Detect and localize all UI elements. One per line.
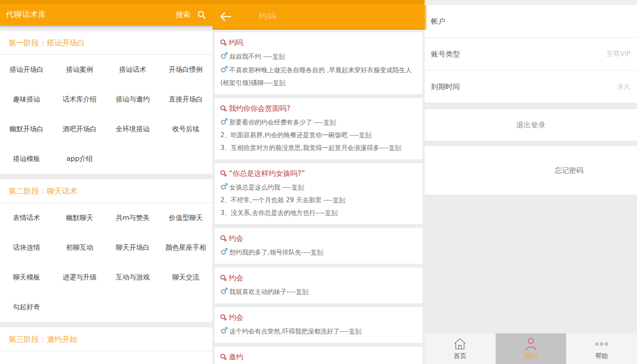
category-item[interactable]: 共m与赞美 — [106, 203, 159, 233]
male-symbol-icon: ♂ — [220, 325, 228, 336]
male-symbol-icon: ♂ — [220, 64, 228, 74]
copy-link[interactable]: 复制 — [310, 248, 323, 256]
copy-link[interactable]: 复制 — [359, 131, 372, 139]
phrase-line: ♂不喜欢那种晚上做完各自睡各自的 ,早晨起来穿好衣服变成陌生人(框架引领)骚聊-… — [220, 63, 417, 89]
phrase-card-title-row: ♀约会 — [220, 272, 417, 283]
nav-tab-label: 首页 — [454, 352, 466, 360]
phrase-card: ♀我约你你会赏面吗?♂那要看你的约会经费有多少了 ----复制2、吃面容易胖,约… — [214, 98, 423, 159]
category-item[interactable]: 价值型聊天 — [159, 203, 212, 233]
category-item[interactable]: 互动与游戏 — [106, 262, 159, 292]
phrase-card-title: 约会 — [229, 272, 243, 283]
section-empty — [0, 351, 212, 364]
phrase-text: 3、互相欣赏对方的脸没意思,我觉得一起赏月会浪漫得多---- — [220, 144, 389, 152]
more-icon — [595, 337, 609, 351]
category-item[interactable]: 直接开场白 — [159, 85, 212, 114]
category-item[interactable]: 收号后续 — [159, 114, 212, 144]
phrase-text: 叔叔我不约 ---- — [229, 53, 272, 60]
bottom-nav-bar: 首页我的帮助 — [425, 333, 637, 364]
section-title: 第三阶段：邀约开始 — [8, 334, 77, 344]
section-title-block: 第三阶段：邀约开始 — [0, 327, 212, 351]
account-row-value: 永久 — [617, 82, 631, 91]
section-gap — [0, 174, 212, 179]
category-item[interactable]: 幽默开场白 — [0, 114, 53, 144]
category-item[interactable]: 聊天模板 — [0, 262, 53, 292]
male-symbol-icon: ♂ — [220, 181, 228, 192]
category-item[interactable]: 全环境搭讪 — [106, 114, 159, 144]
female-symbol-icon: ♀ — [218, 352, 229, 362]
app-root: 代聊话术库 搜索 第一阶段：搭讪开场白搭讪开场白搭讪案例搭讪话术开场白惯例趣味搭… — [0, 0, 637, 364]
category-item[interactable]: 初聊互动 — [53, 233, 106, 262]
section-title: 第二阶段：聊天话术 — [8, 186, 77, 196]
search-button[interactable]: 搜索 — [176, 10, 190, 20]
nav-tab-home[interactable]: 首页 — [425, 333, 496, 364]
category-grid: 搭讪开场白搭讪案例搭讪话术开场白惯例趣味搭讪话术库介绍搭讪与邀约直接开场白幽默开… — [0, 55, 212, 174]
category-item[interactable]: 聊天开场白 — [106, 233, 159, 262]
male-symbol-icon: ♂ — [220, 286, 228, 296]
phrase-card-title: 邀约 — [229, 351, 243, 362]
phrase-card: ♀约会♂这个约会有点突然,吓得我把澡都洗好了----复制 — [214, 307, 423, 343]
category-item[interactable]: 话术库介绍 — [53, 85, 106, 114]
screen-edge-sliver — [425, 5, 426, 30]
search-icon[interactable] — [197, 10, 206, 20]
category-item[interactable]: 幽默聊天 — [53, 203, 106, 233]
copy-link[interactable]: 复制 — [389, 144, 401, 152]
copy-link[interactable]: 复制 — [296, 288, 309, 296]
copy-link[interactable]: 复制 — [323, 119, 336, 126]
female-symbol-icon: ♀ — [218, 37, 229, 48]
category-item[interactable]: 搭讪案例 — [53, 55, 106, 85]
female-symbol-icon: ♀ — [218, 312, 229, 323]
female-symbol-icon: ♀ — [218, 103, 229, 114]
forgot-password-link[interactable]: 忘记密码 — [555, 166, 583, 175]
category-item[interactable]: 搭讪开场白 — [0, 55, 53, 85]
phrase-text: 2、不经常,一个月也就 29 天去那里 ---- — [220, 196, 333, 204]
account-info-rows: 帐户账号类型至尊VIP到期时间永久 — [425, 5, 637, 103]
phrase-line: ♂那要看你的约会经费有多少了 ----复制 — [220, 115, 417, 129]
category-item[interactable]: 开场白惯例 — [159, 55, 212, 85]
category-item[interactable]: 搭讪话术 — [106, 55, 159, 85]
back-arrow-icon[interactable] — [219, 11, 232, 22]
male-symbol-icon: ♂ — [220, 246, 228, 257]
phrase-line: 2、吃面容易胖,约会的晚餐还是赏你一碗饭吧 ----复制 — [220, 129, 417, 141]
copy-link[interactable]: 复制 — [333, 196, 345, 204]
category-item[interactable]: 酒吧开场白 — [53, 114, 106, 144]
copy-link[interactable]: 复制 — [272, 53, 285, 60]
phrase-line: ♂想约我的多了,领号排队先----复制 — [220, 245, 417, 259]
account-row: 账号类型至尊VIP — [425, 38, 637, 71]
gap — [425, 141, 637, 146]
category-item[interactable]: app介绍 — [53, 144, 106, 174]
category-item[interactable]: 表情话术 — [0, 203, 53, 233]
page-title: 约吗 — [259, 11, 277, 22]
phrase-line: 3、没关系,去你总是去的地方也行----复制 — [220, 206, 417, 219]
category-item[interactable]: 颜色星座手相 — [159, 233, 212, 262]
category-sections: 第一阶段：搭讪开场白搭讪开场白搭讪案例搭讪话术开场白惯例趣味搭讪话术库介绍搭讪与… — [0, 31, 212, 364]
section-title: 第一阶段：搭讪开场白 — [8, 38, 85, 48]
phrase-card: ♀约吗♂叔叔我不约 ----复制♂不喜欢那种晚上做完各自睡各自的 ,早晨起来穿好… — [214, 32, 423, 94]
middle-app-bar: 约吗 — [212, 0, 425, 30]
category-item[interactable]: 话块连情 — [0, 233, 53, 262]
category-item[interactable]: 趣味搭讪 — [0, 85, 53, 114]
copy-link[interactable]: 复制 — [349, 327, 361, 335]
category-item[interactable]: 搭讪与邀约 — [106, 85, 159, 114]
category-item[interactable]: 勾起好奇 — [0, 292, 53, 322]
nav-tab-more[interactable]: 帮助 — [566, 333, 637, 364]
phrase-card: ♀约会♂我就喜欢主动的妹子----复制 — [214, 268, 423, 303]
account-row-label: 帐户 — [431, 17, 445, 26]
category-item[interactable]: 搭讪模板 — [0, 144, 53, 174]
account-row-label: 到期时间 — [431, 82, 460, 92]
phrase-card: ♀约会♂想约我的多了,领号排队先----复制 — [214, 228, 423, 264]
section-gap — [0, 322, 212, 327]
category-item[interactable]: 聊天交流 — [159, 262, 212, 292]
phrase-text: 2、吃面容易胖,约会的晚餐还是赏你一碗饭吧 ---- — [220, 131, 359, 139]
nav-tab-person[interactable]: 我的 — [496, 333, 567, 364]
copy-link[interactable]: 复制 — [291, 183, 304, 191]
nav-tab-label: 帮助 — [595, 352, 608, 360]
copy-link[interactable]: 复制 — [325, 209, 338, 217]
category-item[interactable]: 进逻与升级 — [53, 262, 106, 292]
phrase-line: 2、不经常,一个月也就 29 天去那里 ----复制 — [220, 194, 417, 206]
logout-button[interactable]: 退出登录 — [425, 109, 637, 141]
phrase-text: 这个约会有点突然,吓得我把澡都洗好了---- — [229, 327, 349, 335]
empty-area — [425, 195, 637, 333]
left-app-bar: 代聊话术库 搜索 — [0, 0, 212, 25]
copy-link[interactable]: 复制 — [273, 79, 285, 87]
phrase-line: ♂女孩总是这么约我 ----复制 — [220, 180, 417, 194]
